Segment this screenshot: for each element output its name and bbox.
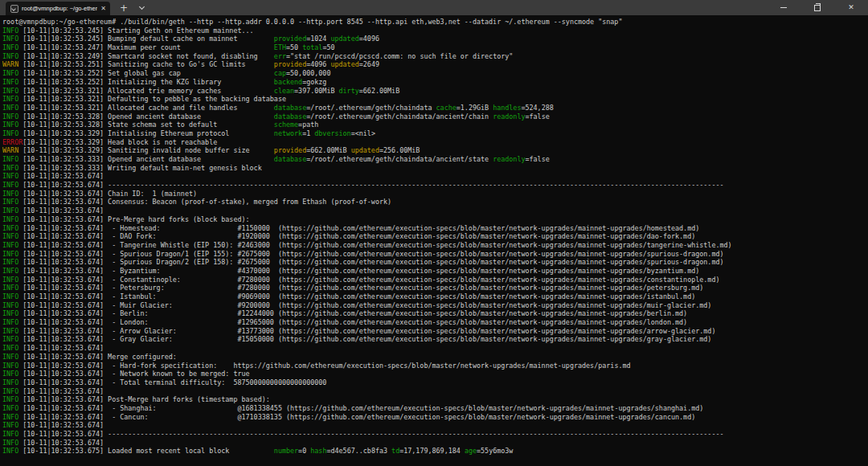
- log-line: INFO [10-11|10:32:53.252] Set global gas…: [2, 69, 868, 78]
- log-line: INFO [10-11|10:32:53.674] Post-Merge har…: [2, 395, 868, 404]
- log-line: INFO [10-11|10:32:53.674] - Constantinop…: [2, 276, 868, 284]
- log-line: INFO [10-11|10:32:53.333] Opened ancient…: [2, 155, 868, 164]
- tab-title: root@vmnpdbup: ~/go-ether: [22, 5, 97, 12]
- log-line: INFO [10-11|10:32:53.674] - London: #129…: [2, 318, 868, 327]
- restore-button[interactable]: [800, 0, 834, 15]
- log-line: root@vmnpdbup:~/go-ethereum# ./build/bin…: [2, 18, 868, 27]
- log-line: INFO [10-11|10:32:53.249] Smartcard sock…: [2, 52, 868, 61]
- log-line: INFO [10-11|10:32:53.674] --------------…: [2, 430, 868, 439]
- log-line: ERROR[10-11|10:32:53.329] Head block is …: [2, 138, 868, 147]
- chevron-down-icon: [139, 4, 145, 10]
- log-line: INFO [10-11|10:32:53.674]: [2, 344, 868, 353]
- log-line: INFO [10-11|10:32:53.674] - Arrow Glacie…: [2, 327, 868, 336]
- log-line: INFO [10-11|10:32:53.674] - Shanghai: @1…: [2, 404, 868, 413]
- log-line: WARN [10-11|10:32:53.251] Sanitizing cac…: [2, 60, 868, 69]
- tab-close-icon[interactable]: ✕: [97, 6, 106, 12]
- log-line: INFO [10-11|10:32:53.321] Defaulting to …: [2, 95, 868, 104]
- log-line: INFO [10-11|10:32:53.674] - Spurious Dra…: [2, 258, 868, 267]
- terminal-icon: [10, 5, 18, 13]
- log-line: INFO [10-11|10:32:53.247] Maximum peer c…: [2, 43, 868, 52]
- log-line: INFO [10-11|10:32:53.674] - Hard-fork sp…: [2, 362, 868, 370]
- restore-icon: [814, 5, 821, 11]
- log-line: INFO [10-11|10:32:53.674] - Cancun: @171…: [2, 413, 868, 422]
- log-line: INFO [10-11|10:32:53.674] - Byzantium: #…: [2, 267, 868, 276]
- log-line: INFO [10-11|10:32:53.674] - Network know…: [2, 370, 868, 378]
- log-line: INFO [10-11|10:32:53.329] Initialising E…: [2, 129, 868, 138]
- log-line: INFO [10-11|10:32:53.674] - DAO Fork: #1…: [2, 232, 868, 241]
- log-line: INFO [10-11|10:32:53.674] - Berlin: #122…: [2, 309, 868, 318]
- log-line: INFO [10-11|10:32:53.674] - Gray Glacier…: [2, 335, 868, 344]
- log-line: INFO [10-11|10:32:53.674] - Muir Glacier…: [2, 301, 868, 310]
- log-line: INFO [10-11|10:32:53.674] - Istanbul: #9…: [2, 292, 868, 301]
- log-line: INFO [10-11|10:32:53.674] Consensus: Bea…: [2, 198, 868, 206]
- title-bar: root@vmnpdbup: ~/go-ether ✕ + ✕: [0, 0, 868, 15]
- minimize-icon: [780, 7, 787, 8]
- log-line: INFO [10-11|10:32:53.321] Allocated trie…: [2, 87, 868, 96]
- log-line: INFO [10-11|10:32:53.674]: [2, 172, 868, 181]
- log-line: INFO [10-11|10:32:53.674] - Total termin…: [2, 378, 868, 387]
- terminal-tab[interactable]: root@vmnpdbup: ~/go-ether ✕: [6, 2, 110, 15]
- close-icon: ✕: [848, 4, 854, 11]
- log-line: INFO [10-11|10:32:53.245] Bumping defaul…: [2, 35, 868, 43]
- log-line: INFO [10-11|10:32:53.674] - Tangerine Wh…: [2, 241, 868, 250]
- new-tab-button[interactable]: +: [120, 3, 128, 13]
- log-line: INFO [10-11|10:32:53.674]: [2, 387, 868, 396]
- log-line: INFO [10-11|10:32:53.674] Pre-Merge hard…: [2, 215, 868, 224]
- log-line: INFO [10-11|10:32:53.674] - Petersburg: …: [2, 284, 868, 292]
- tab-dropdown-button[interactable]: [134, 6, 149, 9]
- terminal-output[interactable]: root@vmnpdbup:~/go-ethereum# ./build/bin…: [0, 15, 868, 456]
- log-line: INFO [10-11|10:32:53.674]: [2, 439, 868, 448]
- log-line: INFO [10-11|10:32:53.674]: [2, 421, 868, 430]
- log-line: INFO [10-11|10:32:53.674] Merge configur…: [2, 353, 868, 362]
- log-line: INFO [10-11|10:32:53.674]: [2, 206, 868, 215]
- log-line: WARN [10-11|10:32:53.329] Sanitizing inv…: [2, 146, 868, 155]
- minimize-button[interactable]: [767, 0, 800, 15]
- log-line: INFO [10-11|10:32:53.252] Initializing t…: [2, 78, 868, 87]
- log-line: INFO [10-11|10:32:53.674] - Spurious Dra…: [2, 250, 868, 259]
- log-line: INFO [10-11|10:32:53.333] Writing defaul…: [2, 164, 868, 173]
- close-button[interactable]: ✕: [834, 0, 868, 15]
- log-line: INFO [10-11|10:32:53.321] Allocated cach…: [2, 104, 868, 112]
- log-line: INFO [10-11|10:32:53.328] Opened ancient…: [2, 112, 868, 121]
- log-line: INFO [10-11|10:32:53.674] - Homestead: #…: [2, 224, 868, 233]
- log-line: INFO [10-11|10:32:53.245] Starting Geth …: [2, 27, 868, 35]
- terminal-window: root@vmnpdbup: ~/go-ether ✕ + ✕ root@vmn…: [0, 0, 868, 456]
- log-line: INFO [10-11|10:32:53.674] --------------…: [2, 181, 868, 190]
- log-line: INFO [10-11|10:32:53.675] Loaded most re…: [2, 447, 868, 456]
- log-line: INFO [10-11|10:32:53.328] State schema s…: [2, 121, 868, 129]
- log-line: INFO [10-11|10:32:53.674] Chain ID: 1 (m…: [2, 190, 868, 198]
